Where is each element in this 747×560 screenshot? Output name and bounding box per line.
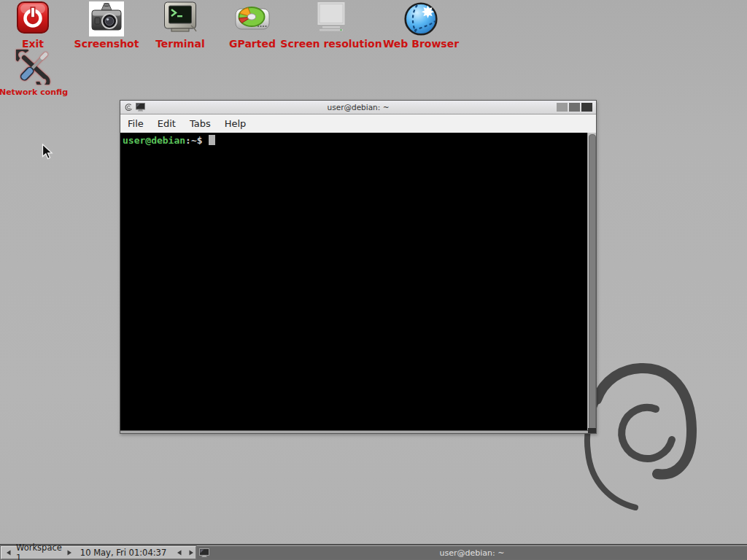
menu-tabs[interactable]: Tabs [189, 117, 212, 131]
power-icon [17, 1, 49, 34]
workspace-next-arrow-icon[interactable] [67, 550, 72, 556]
camera-icon [89, 1, 124, 36]
terminal-mini-icon [136, 103, 145, 112]
window-titlebar[interactable]: user@debian: ~ [120, 101, 596, 114]
taskbar-clock: 10 May, Fri 01:04:37 [80, 548, 166, 558]
workspace-label[interactable]: Workspace 1 [16, 542, 62, 560]
maximize-button[interactable] [569, 103, 580, 112]
task-button-terminal[interactable]: user@debian: ~ [197, 545, 747, 559]
scrollbar-thumb[interactable] [589, 134, 596, 430]
crossed-tools-icon [16, 50, 51, 85]
resize-grip[interactable] [588, 428, 596, 433]
task-button-label: user@debian: ~ [197, 548, 747, 558]
terminal-cursor [209, 135, 215, 145]
prompt-user-host: user@debian [123, 135, 185, 146]
globe-icon [403, 1, 438, 36]
window-cycle-next-icon[interactable] [189, 550, 194, 556]
minimize-button[interactable] [557, 103, 568, 112]
window-mini-icon [199, 548, 209, 558]
desktop-icon-screen-resolution[interactable]: Screen resolution [280, 1, 382, 50]
close-button[interactable] [581, 103, 592, 112]
window-bottom-edge [120, 430, 596, 433]
crt-monitor-icon [163, 1, 198, 35]
desktop: Exit Screenshot [0, 0, 747, 560]
workspace-panel: Workspace 1 10 May, Fri 01:04:37 [1, 546, 196, 559]
desktop-icon-label: Web Browser [370, 39, 472, 50]
desktop-icon-web-browser[interactable]: Web Browser [370, 1, 472, 50]
debian-swirl-icon [124, 103, 133, 112]
desktop-icon-label: Screen resolution [280, 39, 382, 50]
terminal-screen[interactable]: user@debian:~$ [120, 133, 596, 432]
desktop-icon-label: Network config [0, 87, 85, 98]
shell-prompt: user@debian:~$ [120, 133, 596, 147]
desktop-icon-network-config[interactable]: Network config [0, 50, 85, 98]
menu-help[interactable]: Help [224, 117, 247, 131]
menu-edit[interactable]: Edit [157, 117, 177, 131]
mouse-cursor [42, 144, 54, 160]
window-cycle-prev-icon[interactable] [177, 550, 182, 556]
menu-file[interactable]: File [127, 117, 144, 131]
window-title: user@debian: ~ [120, 103, 596, 112]
monitor-icon [313, 1, 349, 34]
terminal-scrollbar[interactable] [587, 133, 596, 432]
disk-partition-icon [234, 1, 271, 34]
terminal-window: user@debian: ~ File Edit Tabs Help user@… [120, 100, 597, 434]
terminal-menubar: File Edit Tabs Help [120, 114, 596, 133]
taskbar: Workspace 1 10 May, Fri 01:04:37 user@de… [0, 544, 747, 560]
workspace-prev-arrow-icon[interactable] [6, 550, 11, 556]
prompt-suffix: :~$ [185, 135, 202, 146]
